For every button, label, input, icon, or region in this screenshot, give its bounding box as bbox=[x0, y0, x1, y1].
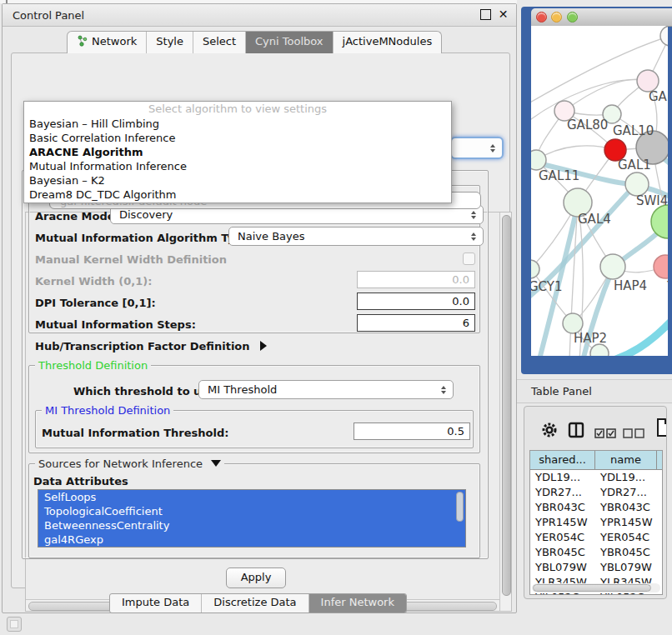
tab-style[interactable]: Style bbox=[147, 32, 193, 53]
apply-button[interactable]: Apply bbox=[226, 568, 286, 588]
table-horizontal-scrollbar[interactable] bbox=[532, 583, 660, 592]
hub-definition-label: Hub/Transcription Factor Definition bbox=[35, 340, 250, 352]
table-cell: YPR145W bbox=[530, 515, 595, 530]
algorithm-option[interactable]: Bayesian – Hill Climbing bbox=[24, 117, 451, 131]
node-bottom-partial[interactable] bbox=[590, 344, 609, 356]
node-label: HAP4 bbox=[614, 278, 647, 293]
sources-title[interactable]: Sources for Network Inference bbox=[35, 458, 224, 470]
data-attributes-label: Data Attributes bbox=[33, 475, 128, 488]
control-panel-tab-bar: Network Style Select Cyni Toolbox jActiv… bbox=[67, 31, 442, 53]
control-panel-title: Control Panel bbox=[13, 9, 84, 22]
node-gal11[interactable] bbox=[531, 150, 546, 170]
column-header-name[interactable]: name bbox=[595, 451, 657, 469]
table-row[interactable]: YDR27...YDR27...12 bbox=[530, 485, 662, 500]
table-row[interactable]: YBR043CYBR043C bbox=[530, 500, 662, 515]
document-icon[interactable] bbox=[656, 418, 667, 440]
deselect-all-checkboxes-icon[interactable] bbox=[623, 426, 644, 442]
node-y-pink[interactable] bbox=[654, 255, 668, 278]
attribute-list-item[interactable]: SelfLoops bbox=[38, 490, 465, 504]
node-label: GAL1 bbox=[618, 158, 651, 172]
table-panel: shared... name YDL19...YDL19...13YDR27..… bbox=[524, 406, 667, 599]
tab-impute-data[interactable]: Impute Data bbox=[110, 594, 202, 612]
network-icon bbox=[77, 35, 88, 49]
network-canvas[interactable]: GALGAL80GAL10GAL1GAL11SWI4GAL4GCY1HAP4YH… bbox=[531, 26, 668, 356]
tab-discretize-data[interactable]: Discretize Data bbox=[202, 594, 308, 612]
table-cell: YBL079W bbox=[595, 560, 657, 575]
columns-icon[interactable] bbox=[568, 422, 584, 442]
combo-stepper-icon bbox=[471, 232, 476, 241]
table-cell: YDL19... bbox=[530, 470, 595, 485]
tab-cyni-toolbox[interactable]: Cyni Toolbox bbox=[246, 32, 333, 53]
table-row[interactable]: YPR145WYPR145W9. bbox=[530, 515, 662, 530]
attribute-list-item[interactable]: gal4RGexp bbox=[38, 532, 465, 547]
window-minimize-icon[interactable] bbox=[551, 12, 562, 22]
sources-title-label: Sources for Network Inference bbox=[38, 458, 203, 470]
float-window-icon[interactable] bbox=[480, 9, 491, 20]
node-label: HAP2 bbox=[574, 331, 607, 346]
network-edge bbox=[611, 316, 668, 356]
table-cell: 12 bbox=[657, 485, 662, 500]
table-hscroll-thumb[interactable] bbox=[533, 584, 651, 592]
popup-prompt: Select algorithm to view settings bbox=[24, 102, 451, 117]
docked-panel-icon[interactable] bbox=[7, 617, 22, 632]
algorithm-option[interactable]: ARACNE Algorithm bbox=[24, 145, 451, 159]
mi-threshold-field[interactable]: 0.5 bbox=[354, 422, 470, 440]
tab-infer-network[interactable]: Infer Network bbox=[309, 594, 406, 612]
node-gcy1[interactable] bbox=[531, 260, 539, 278]
node-label: Y bbox=[667, 279, 668, 294]
window-close-icon[interactable] bbox=[536, 12, 547, 22]
column-header-partial[interactable] bbox=[657, 451, 662, 469]
table-row[interactable]: YER054CYER054C8. bbox=[530, 530, 662, 545]
node-label: GAL11 bbox=[539, 168, 579, 183]
mi-type-combobox[interactable]: Naive Bayes bbox=[228, 227, 484, 246]
mi-type-label: Mutual Information Algorithm Type: bbox=[35, 232, 254, 244]
algorithm-option-list: Bayesian – Hill ClimbingBasic Correlatio… bbox=[24, 117, 451, 202]
column-header-shared-name[interactable]: shared... bbox=[530, 451, 595, 469]
algorithm-option[interactable]: Basic Correlation Inference bbox=[24, 131, 451, 145]
table-row[interactable]: YBR045CYBR045C9. bbox=[530, 545, 662, 560]
dpi-tolerance-field[interactable]: 0.0 bbox=[357, 292, 475, 310]
node-top-partial[interactable] bbox=[660, 26, 668, 46]
kernel-width-label: Kernel Width (0,1): bbox=[35, 275, 152, 288]
node-label: GAL4 bbox=[578, 212, 611, 227]
table-cell: YBR043C bbox=[595, 500, 657, 515]
node-label: GAL bbox=[649, 89, 668, 104]
algorithm-option[interactable]: Mutual Information Inference bbox=[24, 159, 451, 173]
table-row[interactable]: YBL079WYBL079W bbox=[530, 560, 662, 575]
attribute-list-item[interactable]: TopologicalCoefficient bbox=[38, 504, 465, 518]
network-window-titlebar[interactable] bbox=[531, 8, 672, 27]
table-cell: YBL079W bbox=[530, 560, 595, 575]
table-cell: YBR043C bbox=[530, 500, 595, 515]
inference-algorithm-combobox-fragment[interactable] bbox=[450, 137, 504, 159]
node-label: GAL10 bbox=[613, 123, 654, 138]
hub-definition-toggle[interactable]: Hub/Transcription Factor Definition bbox=[35, 340, 267, 352]
table-cell: YBR045C bbox=[595, 545, 657, 560]
table-row[interactable]: YDL19...YDL19...13 bbox=[530, 470, 662, 485]
mi-steps-field[interactable]: 6 bbox=[357, 314, 475, 332]
manual-kernel-checkbox[interactable] bbox=[463, 252, 475, 265]
tab-jactivemnodules[interactable]: jActiveMNodules bbox=[333, 32, 442, 53]
list-scrollbar-thumb[interactable] bbox=[456, 492, 464, 522]
table-cell: YDR27... bbox=[530, 485, 595, 500]
kernel-width-field[interactable]: 0.0 bbox=[357, 271, 475, 288]
gear-icon[interactable] bbox=[541, 422, 558, 442]
algorithm-option[interactable]: Bayesian – K2 bbox=[24, 173, 451, 188]
vertical-scrollbar[interactable] bbox=[499, 212, 511, 611]
tab-select[interactable]: Select bbox=[193, 32, 246, 53]
table-cell: YBR045C bbox=[530, 545, 595, 560]
mi-steps-label: Mutual Information Steps: bbox=[35, 318, 196, 331]
table-cell: 9. bbox=[657, 515, 662, 530]
table-cell: YER054C bbox=[595, 530, 657, 545]
algorithm-option[interactable]: Dream8 DC_TDC Algorithm bbox=[24, 188, 451, 202]
attribute-list-item[interactable]: BetweennessCentrality bbox=[38, 518, 465, 532]
window-zoom-icon[interactable] bbox=[567, 12, 578, 22]
node-swi4-small[interactable] bbox=[625, 172, 649, 196]
tab-network[interactable]: Network bbox=[68, 32, 147, 53]
select-all-checkboxes-icon[interactable] bbox=[594, 426, 616, 442]
mi-threshold-definition-title: MI Threshold Definition bbox=[42, 404, 173, 417]
data-attributes-list[interactable]: SelfLoopsTopologicalCoefficientBetweenne… bbox=[38, 489, 466, 548]
node-hap4[interactable] bbox=[600, 254, 625, 279]
close-icon[interactable]: ✕ bbox=[498, 9, 509, 20]
which-threshold-combobox[interactable]: MI Threshold bbox=[198, 380, 454, 399]
vertical-scrollbar-thumb[interactable] bbox=[502, 215, 511, 596]
